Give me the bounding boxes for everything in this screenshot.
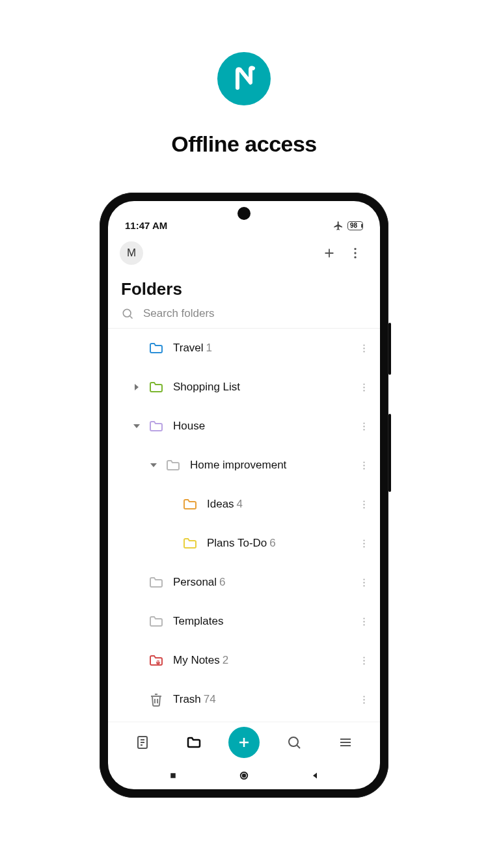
svg-point-29 xyxy=(363,621,364,622)
svg-point-7 xyxy=(363,344,364,346)
folder-menu-button[interactable] xyxy=(354,499,373,510)
folder-menu-button[interactable] xyxy=(354,460,373,471)
svg-point-35 xyxy=(363,660,364,661)
svg-point-48 xyxy=(289,737,298,746)
more-vertical-icon xyxy=(359,694,370,705)
more-vertical-icon xyxy=(359,382,370,393)
folder-count: 4 xyxy=(237,498,243,511)
folder-menu-button[interactable] xyxy=(354,538,373,549)
airplane-mode-icon xyxy=(333,221,344,231)
expand-toggle[interactable] xyxy=(125,383,148,391)
svg-point-39 xyxy=(363,696,364,697)
more-vertical-icon xyxy=(348,246,362,260)
folder-row[interactable]: My Notes2 xyxy=(108,641,380,680)
svg-rect-53 xyxy=(170,773,176,778)
folder-row[interactable]: Ideas4 xyxy=(108,485,380,524)
search-input[interactable] xyxy=(143,307,367,320)
svg-point-3 xyxy=(354,252,356,254)
folder-name: Trash xyxy=(173,693,201,706)
fab-new[interactable] xyxy=(228,727,260,758)
chevron-right-icon xyxy=(133,383,141,391)
more-vertical-icon xyxy=(359,616,370,627)
app-header: M xyxy=(108,234,380,270)
svg-point-40 xyxy=(363,699,364,700)
folder-menu-button[interactable] xyxy=(354,655,373,666)
svg-point-31 xyxy=(156,660,160,664)
folder-row[interactable]: House xyxy=(108,407,380,446)
svg-point-26 xyxy=(363,582,364,583)
folder-menu-button[interactable] xyxy=(354,694,373,705)
plus-icon xyxy=(322,246,336,260)
phone-frame: 11:47 AM 98 M Folders Travel1Shopping L xyxy=(100,193,388,798)
svg-point-14 xyxy=(363,426,364,427)
folder-name: Home improvement xyxy=(190,459,286,472)
overflow-menu-button[interactable] xyxy=(342,240,368,266)
folder-menu-button[interactable] xyxy=(354,616,373,627)
nav-notes[interactable] xyxy=(126,726,159,759)
svg-point-20 xyxy=(363,504,364,505)
back-icon[interactable] xyxy=(309,770,321,781)
folder-name: Personal xyxy=(173,576,217,589)
phone-side-button xyxy=(388,323,391,375)
search-icon xyxy=(121,307,134,320)
folder-menu-button[interactable] xyxy=(354,421,373,432)
trash-icon xyxy=(148,692,164,707)
folder-row[interactable]: Travel1 xyxy=(108,329,380,368)
recent-apps-icon[interactable] xyxy=(167,770,179,781)
svg-point-2 xyxy=(354,248,356,250)
chevron-down-icon xyxy=(150,461,157,469)
folder-menu-button[interactable] xyxy=(354,382,373,393)
svg-point-5 xyxy=(123,309,131,317)
folder-row[interactable]: Home improvement xyxy=(108,446,380,485)
folder-count: 74 xyxy=(204,693,216,706)
folder-row[interactable]: Plans To-Do6 xyxy=(108,524,380,563)
nav-folders[interactable] xyxy=(177,726,211,759)
more-vertical-icon xyxy=(359,577,370,588)
folder-name: Travel xyxy=(173,342,204,355)
shared-folder-icon xyxy=(148,653,164,668)
nav-menu[interactable] xyxy=(329,726,362,759)
nav-search[interactable] xyxy=(277,726,311,759)
more-vertical-icon xyxy=(359,343,370,354)
svg-point-23 xyxy=(363,543,364,544)
more-vertical-icon xyxy=(359,655,370,666)
note-icon xyxy=(135,735,150,750)
folder-row[interactable]: Trash74 xyxy=(108,680,380,719)
folder-menu-button[interactable] xyxy=(354,343,373,354)
expand-toggle[interactable] xyxy=(125,422,148,430)
folder-row[interactable]: Shopping List xyxy=(108,368,380,407)
search-row[interactable] xyxy=(108,305,380,329)
svg-point-34 xyxy=(363,657,364,658)
folder-icon xyxy=(182,536,198,551)
svg-point-32 xyxy=(157,661,158,662)
svg-point-4 xyxy=(354,256,356,258)
folder-menu-button[interactable] xyxy=(354,577,373,588)
add-button[interactable] xyxy=(316,240,342,266)
chevron-down-icon xyxy=(133,422,141,430)
svg-point-21 xyxy=(363,507,364,508)
status-time: 11:47 AM xyxy=(125,220,167,231)
svg-point-18 xyxy=(363,468,364,469)
more-vertical-icon xyxy=(359,421,370,432)
svg-point-16 xyxy=(363,461,364,463)
folder-icon xyxy=(148,379,164,395)
folder-name: Ideas xyxy=(207,498,234,511)
avatar[interactable]: M xyxy=(120,241,143,265)
folder-row[interactable]: Personal6 xyxy=(108,563,380,602)
folder-icon xyxy=(148,340,164,356)
expand-toggle[interactable] xyxy=(142,461,165,469)
svg-point-17 xyxy=(363,465,364,466)
more-vertical-icon xyxy=(359,460,370,471)
svg-point-8 xyxy=(363,347,364,349)
folder-count: 2 xyxy=(223,654,228,667)
folder-icon xyxy=(148,418,164,434)
search-icon xyxy=(286,735,302,750)
folder-name: Templates xyxy=(173,615,223,628)
svg-point-13 xyxy=(363,422,364,424)
battery-indicator: 98 xyxy=(347,221,363,230)
more-vertical-icon xyxy=(359,499,370,510)
system-nav xyxy=(108,762,380,789)
svg-point-28 xyxy=(363,617,364,619)
home-icon[interactable] xyxy=(238,770,250,781)
folder-row[interactable]: Templates xyxy=(108,602,380,641)
